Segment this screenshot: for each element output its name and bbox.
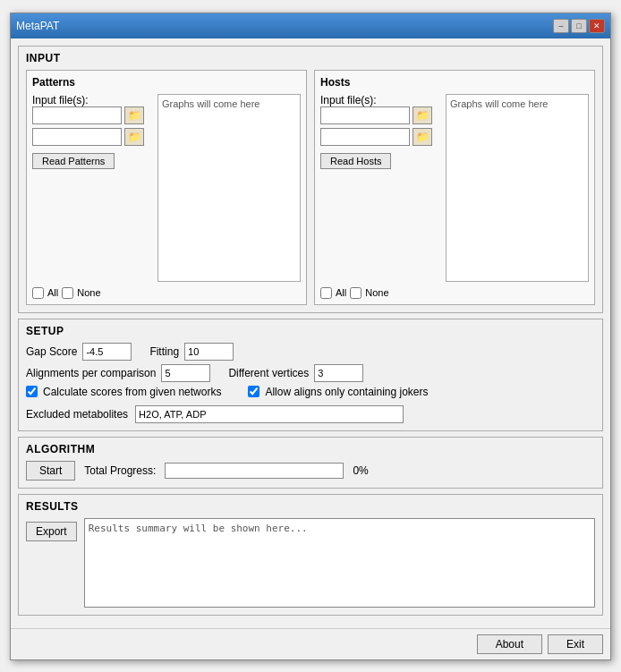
progress-pct: 0%: [353, 464, 368, 477]
patterns-none-label: None: [77, 287, 100, 298]
results-section: RESULTS Export Results summary will be s…: [18, 494, 603, 616]
patterns-file-row-1: 📁: [32, 106, 145, 124]
hosts-folder-btn-2[interactable]: 📁: [413, 128, 432, 146]
alignments-input[interactable]: [161, 364, 210, 382]
calc-scores-checkbox[interactable]: [26, 386, 38, 397]
total-progress-label: Total Progress:: [84, 464, 156, 477]
hosts-group: Hosts Input file(s): 📁 📁: [314, 70, 595, 305]
patterns-folder-btn-1[interactable]: 📁: [124, 106, 144, 124]
footer: About Exit: [11, 628, 610, 659]
patterns-file-label: Input file(s):: [32, 94, 145, 106]
close-button[interactable]: ✕: [589, 19, 605, 33]
start-button[interactable]: Start: [26, 461, 75, 481]
patterns-file-input-1[interactable]: [32, 106, 122, 124]
allow-aligns-row: Allow aligns only containing jokers: [248, 386, 428, 398]
patterns-title: Patterns: [32, 76, 301, 89]
patterns-file-input-2[interactable]: [32, 128, 122, 146]
minimize-button[interactable]: –: [553, 19, 569, 33]
algorithm-row: Start Total Progress: 0%: [26, 461, 595, 481]
read-patterns-button[interactable]: Read Patterns: [32, 153, 115, 169]
main-window: MetaPAT – □ ✕ INPUT Patterns Input file(…: [10, 13, 611, 660]
hosts-checkbox-row: All None: [320, 287, 589, 299]
excl-metabolites-row: Excluded metabolites: [26, 405, 595, 423]
hosts-inner: Input file(s): 📁 📁 Read Hosts: [320, 94, 589, 282]
patterns-group: Patterns Input file(s): 📁 📁: [26, 70, 307, 305]
hosts-file-label: Input file(s):: [320, 94, 433, 106]
calc-scores-label: Calculate scores from given networks: [43, 386, 221, 398]
titlebar: MetaPAT – □ ✕: [11, 13, 610, 38]
about-button[interactable]: About: [477, 634, 542, 654]
titlebar-buttons: – □ ✕: [553, 19, 605, 33]
gap-score-label: Gap Score: [26, 345, 77, 358]
patterns-folder-btn-2[interactable]: 📁: [124, 128, 144, 146]
algorithm-section: ALGORITHM Start Total Progress: 0%: [18, 437, 603, 489]
hosts-file-input-1[interactable]: [320, 106, 410, 124]
patterns-none-checkbox[interactable]: [62, 287, 73, 299]
diff-vertices-input[interactable]: [314, 364, 363, 382]
patterns-all-label: All: [47, 287, 58, 298]
gap-score-input[interactable]: [82, 343, 132, 361]
hosts-title: Hosts: [320, 76, 589, 89]
excl-metabolites-input[interactable]: [135, 405, 404, 423]
maximize-button[interactable]: □: [571, 19, 587, 33]
diff-vertices-label: Different vertices: [228, 367, 309, 379]
input-section: INPUT Patterns Input file(s): 📁: [18, 46, 603, 313]
patterns-inner: Input file(s): 📁 📁 Read Patterns: [32, 94, 301, 282]
algorithm-header: ALGORITHM: [26, 443, 595, 455]
fitting-label: Fitting: [149, 345, 179, 358]
hosts-all-checkbox[interactable]: [320, 287, 332, 299]
main-content: INPUT Patterns Input file(s): 📁: [11, 38, 610, 628]
results-textarea[interactable]: Results summary will be shown here...: [84, 518, 595, 608]
patterns-checkbox-row: All None: [32, 287, 301, 299]
patterns-file-row-2: 📁: [32, 128, 145, 146]
exit-button[interactable]: Exit: [548, 634, 603, 654]
calc-scores-row: Calculate scores from given networks: [26, 386, 221, 398]
read-hosts-button[interactable]: Read Hosts: [320, 153, 391, 169]
hosts-none-label: None: [365, 287, 388, 298]
input-row: Patterns Input file(s): 📁 📁: [26, 70, 595, 305]
hosts-file-input-2[interactable]: [320, 128, 410, 146]
hosts-graph-placeholder: Graphs will come here: [450, 98, 548, 109]
patterns-graph-area: Graphs will come here: [157, 94, 301, 282]
allow-aligns-checkbox[interactable]: [248, 386, 259, 397]
window-title: MetaPAT: [16, 20, 59, 32]
excl-metabolites-label: Excluded metabolites: [26, 408, 128, 421]
hosts-none-checkbox[interactable]: [350, 287, 362, 299]
hosts-left: Input file(s): 📁 📁 Read Hosts: [320, 94, 433, 282]
patterns-left: Input file(s): 📁 📁 Read Patterns: [32, 94, 145, 282]
results-row: Export Results summary will be shown her…: [26, 518, 595, 608]
alignments-label: Alignments per comparison: [26, 367, 156, 379]
fitting-input[interactable]: [184, 343, 234, 361]
progress-bar-container: [165, 463, 344, 479]
export-button[interactable]: Export: [26, 522, 77, 541]
setup-section: SETUP Gap Score Fitting Alignments per c…: [18, 319, 603, 431]
hosts-folder-btn-1[interactable]: 📁: [413, 106, 432, 124]
hosts-all-label: All: [336, 287, 346, 298]
input-header: INPUT: [26, 52, 595, 64]
setup-header: SETUP: [26, 325, 595, 337]
hosts-file-row-1: 📁: [320, 106, 433, 124]
patterns-all-checkbox[interactable]: [32, 287, 44, 299]
results-header: RESULTS: [26, 500, 595, 513]
patterns-graph-placeholder: Graphs will come here: [162, 98, 259, 109]
hosts-file-row-2: 📁: [320, 128, 433, 146]
hosts-graph-area: Graphs will come here: [446, 94, 589, 282]
allow-aligns-label: Allow aligns only containing jokers: [265, 386, 428, 398]
